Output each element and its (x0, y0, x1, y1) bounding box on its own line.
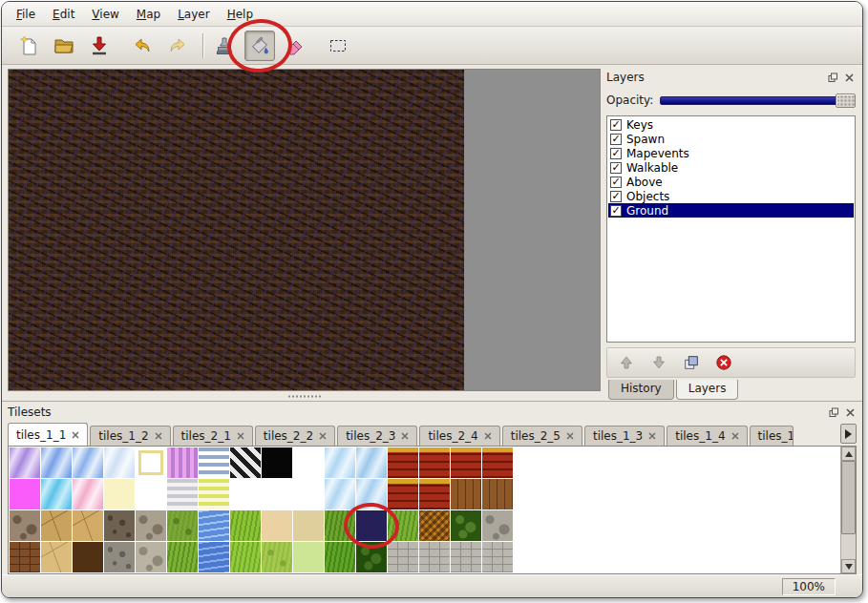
layer-row-above[interactable]: ✓Above (608, 175, 854, 189)
tile-4-12[interactable] (356, 542, 387, 572)
close-icon[interactable] (843, 72, 856, 84)
tileset-tab-tiles_1_4[interactable]: tiles_1_4 (667, 426, 747, 446)
tile-2-13[interactable] (388, 479, 418, 509)
tile-2-5[interactable] (136, 479, 166, 509)
tile-2-10[interactable] (293, 479, 324, 509)
tile-2-7[interactable] (199, 479, 229, 509)
undo-button[interactable] (127, 31, 158, 61)
tile-2-12[interactable] (356, 479, 387, 509)
tile-4-5[interactable] (136, 542, 166, 572)
tab-close-icon[interactable] (566, 432, 574, 440)
tab-close-icon[interactable] (401, 432, 409, 440)
tile-4-14[interactable] (419, 542, 450, 572)
tile-4-3[interactable] (73, 542, 103, 572)
tileset-tab-tiles_1_1[interactable]: tiles_1_1 (8, 423, 88, 446)
tile-2-4[interactable] (104, 479, 135, 509)
tab-close-icon[interactable] (237, 432, 244, 440)
tile-3-2[interactable] (41, 510, 72, 541)
tile-2-16[interactable] (482, 479, 513, 509)
tileset-tab-tiles_2_5[interactable]: tiles_2_5 (502, 426, 582, 446)
tile-1-10[interactable] (293, 447, 324, 478)
layer-row-spawn[interactable]: ✓Spawn (608, 132, 854, 146)
tile-3-7[interactable] (199, 510, 229, 541)
tile-3-10[interactable] (293, 510, 324, 541)
tile-1-11[interactable] (325, 447, 355, 478)
tile-4-1[interactable] (10, 542, 40, 572)
tile-1-7[interactable] (199, 447, 229, 478)
close-icon[interactable] (844, 406, 857, 419)
tile-1-5[interactable] (136, 447, 166, 478)
new-file-button[interactable] (13, 31, 44, 61)
layer-visibility-checkbox[interactable]: ✓ (610, 119, 622, 131)
layer-row-walkable[interactable]: ✓Walkable (608, 160, 854, 175)
duplicate-layer-button[interactable] (682, 353, 701, 372)
fill-tool-button[interactable] (244, 31, 275, 61)
tile-2-15[interactable] (451, 479, 481, 509)
tile-3-15[interactable] (451, 510, 481, 541)
tile-1-6[interactable] (167, 447, 198, 478)
menu-item-file[interactable]: File (8, 4, 44, 25)
tile-3-4[interactable] (104, 510, 135, 541)
layer-row-ground[interactable]: ✓Ground (608, 203, 854, 218)
tile-4-8[interactable] (230, 542, 261, 572)
map-view[interactable] (8, 69, 601, 391)
tileset-tab-tiles_1_[interactable]: tiles_1_ (750, 426, 794, 446)
tab-close-icon[interactable] (484, 432, 492, 440)
tileset-tab-tiles_2_2[interactable]: tiles_2_2 (255, 426, 335, 446)
layer-row-objects[interactable]: ✓Objects (608, 189, 854, 203)
tile-2-9[interactable] (262, 479, 292, 509)
opacity-slider[interactable] (660, 96, 856, 105)
tile-3-9[interactable] (262, 510, 292, 541)
stamp-tool-button[interactable] (209, 31, 240, 61)
dock-tab-layers[interactable]: Layers (676, 380, 739, 400)
tile-2-1[interactable] (10, 479, 40, 509)
tile-1-3[interactable] (73, 447, 103, 478)
tile-3-8[interactable] (230, 510, 261, 541)
tile-4-4[interactable] (104, 542, 135, 572)
scroll-right-icon[interactable] (840, 424, 857, 444)
tile-1-15[interactable] (451, 447, 481, 478)
tile-1-9[interactable] (262, 447, 292, 478)
tile-3-13[interactable] (388, 510, 418, 541)
layer-visibility-checkbox[interactable]: ✓ (610, 148, 622, 159)
tile-3-1[interactable] (10, 510, 40, 541)
tile-4-2[interactable] (41, 542, 72, 572)
tile-4-16[interactable] (482, 542, 513, 572)
tile-1-2[interactable] (41, 447, 72, 478)
tileset-tab-tiles_2_1[interactable]: tiles_2_1 (173, 426, 253, 446)
tile-2-11[interactable] (325, 479, 355, 509)
layer-visibility-checkbox[interactable]: ✓ (610, 191, 622, 202)
tile-2-8[interactable] (230, 479, 261, 509)
layer-visibility-checkbox[interactable]: ✓ (610, 205, 622, 217)
map-canvas[interactable] (9, 70, 464, 390)
tile-3-5[interactable] (136, 510, 166, 541)
tile-1-13[interactable] (388, 447, 418, 478)
tile-3-14[interactable] (419, 510, 450, 541)
tile-3-16[interactable] (482, 510, 513, 541)
scrollbar-thumb[interactable] (841, 461, 856, 534)
tileset-tab-tiles_1_2[interactable]: tiles_1_2 (90, 426, 170, 446)
tile-4-6[interactable] (167, 542, 198, 572)
tab-close-icon[interactable] (731, 432, 739, 440)
float-icon[interactable] (828, 406, 840, 419)
tileset-tab-tiles_2_4[interactable]: tiles_2_4 (419, 426, 499, 446)
float-icon[interactable] (827, 72, 839, 84)
tile-1-8[interactable] (230, 447, 261, 478)
tile-2-6[interactable] (167, 479, 198, 509)
lower-layer-button[interactable] (649, 353, 668, 372)
tile-2-14[interactable] (419, 479, 450, 509)
menu-item-help[interactable]: Help (219, 4, 262, 25)
menu-item-edit[interactable]: Edit (44, 4, 83, 25)
eraser-tool-button[interactable] (280, 31, 310, 61)
tab-close-icon[interactable] (319, 432, 327, 440)
scroll-up-icon[interactable] (841, 447, 856, 461)
tile-2-2[interactable] (41, 479, 72, 509)
tile-4-10[interactable] (293, 542, 324, 572)
save-button[interactable] (84, 31, 115, 61)
tile-3-12[interactable] (356, 510, 387, 541)
open-folder-button[interactable] (49, 31, 79, 61)
splitter-handle[interactable] (8, 391, 601, 401)
tileset-tab-tiles_1_3[interactable]: tiles_1_3 (584, 426, 665, 446)
dock-tab-history[interactable]: History (608, 380, 674, 400)
tab-close-icon[interactable] (648, 432, 656, 440)
